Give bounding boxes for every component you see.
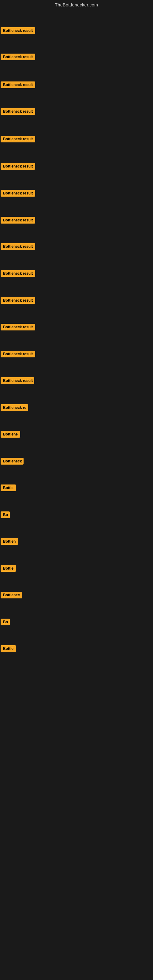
site-title: TheBottlenecker.com bbox=[0, 0, 153, 10]
bottleneck-badge-20[interactable]: Bottlen bbox=[1, 538, 18, 545]
bottleneck-badge-8[interactable]: Bottleneck result bbox=[1, 217, 35, 224]
bottleneck-badge-9[interactable]: Bottleneck result bbox=[1, 243, 35, 250]
bottleneck-badge-3[interactable]: Bottleneck result bbox=[1, 81, 35, 88]
bottleneck-badge-1[interactable]: Bottleneck result bbox=[1, 27, 35, 34]
bottleneck-badge-12[interactable]: Bottleneck result bbox=[1, 324, 35, 331]
bottleneck-badge-15[interactable]: Bottleneck re bbox=[1, 404, 28, 411]
bottleneck-badge-19[interactable]: Bo bbox=[1, 511, 10, 518]
bottleneck-badge-6[interactable]: Bottleneck result bbox=[1, 163, 35, 170]
bottleneck-badge-5[interactable]: Bottleneck result bbox=[1, 136, 35, 142]
bottleneck-badge-24[interactable]: Bottle bbox=[1, 645, 16, 652]
bottleneck-badge-11[interactable]: Bottleneck result bbox=[1, 297, 35, 304]
bottleneck-badge-4[interactable]: Bottleneck result bbox=[1, 108, 35, 115]
bottleneck-badge-14[interactable]: Bottleneck result bbox=[1, 377, 34, 384]
bottleneck-badge-18[interactable]: Bottle bbox=[1, 485, 16, 491]
bottleneck-badge-2[interactable]: Bottleneck result bbox=[1, 54, 35, 60]
bottleneck-badge-10[interactable]: Bottleneck result bbox=[1, 270, 35, 277]
bottleneck-badge-23[interactable]: Bo bbox=[1, 619, 10, 625]
bottleneck-badge-7[interactable]: Bottleneck result bbox=[1, 190, 35, 197]
bottleneck-badge-22[interactable]: Bottlenec bbox=[1, 592, 22, 598]
bottleneck-badge-21[interactable]: Bottle bbox=[1, 565, 16, 572]
bottleneck-badge-16[interactable]: Bottlene bbox=[1, 431, 20, 438]
bottleneck-badge-17[interactable]: Bottleneck bbox=[1, 458, 24, 465]
bottleneck-badge-13[interactable]: Bottleneck result bbox=[1, 351, 35, 357]
